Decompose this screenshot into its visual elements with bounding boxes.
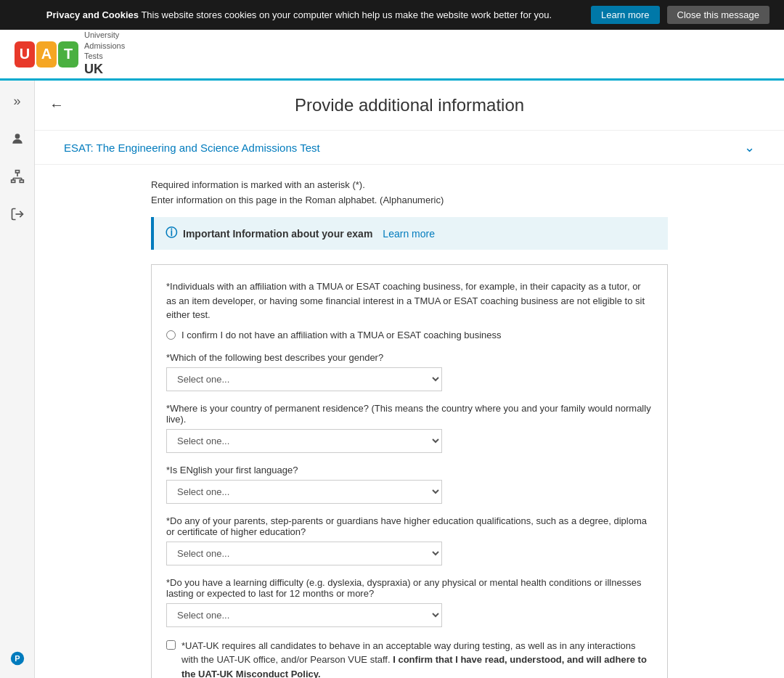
page-title: Provide additional information	[64, 95, 755, 115]
residence-label: *Where is your country of permanent resi…	[166, 403, 653, 425]
logo-u: U	[15, 41, 35, 68]
affiliation-radio-text: I confirm I do not have an affiliation w…	[181, 330, 502, 340]
form-area: Required information is marked with an a…	[35, 165, 784, 678]
page-header: ← Provide additional information	[35, 81, 784, 131]
logo-a: A	[36, 41, 57, 68]
affiliation-text: *Individuals with an affiliation with a …	[166, 279, 653, 322]
parents-label: *Do any of your parents, step-parents or…	[166, 515, 653, 537]
logo: U A T UniversityAdmissionsTests UK	[15, 30, 125, 78]
english-group: *Is ENglish your first language? Select …	[166, 465, 653, 504]
learn-more-button[interactable]: Learn more	[591, 6, 659, 24]
back-button[interactable]: ←	[49, 97, 64, 113]
form-section: *Individuals with an affiliation with a …	[151, 264, 668, 678]
cookie-body: This website stores cookies on your comp…	[141, 9, 552, 20]
logo-text: UniversityAdmissionsTests UK	[84, 30, 125, 78]
alpha-notice: Enter information on this page in the Ro…	[151, 195, 668, 205]
misconduct-checkbox[interactable]	[166, 640, 176, 650]
sidebar: » P	[0, 81, 35, 678]
info-box-text: Important Information about your exam	[183, 228, 372, 240]
logout-icon[interactable]	[6, 203, 29, 226]
parents-group: *Do any of your parents, step-parents or…	[166, 515, 653, 565]
gender-select[interactable]: Select one...	[166, 367, 442, 391]
svg-point-0	[15, 134, 20, 139]
misconduct-group: *UAT-UK requires all candidates to behav…	[166, 639, 653, 679]
logo-t: T	[58, 41, 78, 68]
close-message-button[interactable]: Close this message	[667, 6, 769, 24]
learning-select[interactable]: Select one...	[166, 603, 442, 627]
learning-label: *Do you have a learning difficulty (e.g.…	[166, 577, 653, 599]
chevron-down-icon: ⌄	[744, 139, 755, 155]
logo-letters: U A T	[15, 41, 78, 68]
info-learn-more-link[interactable]: Learn more	[383, 228, 435, 240]
info-icon: ⓘ	[166, 226, 177, 241]
expand-icon[interactable]: »	[6, 89, 29, 113]
affiliation-radio-label[interactable]: I confirm I do not have an affiliation w…	[166, 330, 653, 340]
accordion-header[interactable]: ESAT: The Engineering and Science Admiss…	[35, 131, 784, 165]
org-icon[interactable]	[6, 165, 29, 188]
svg-text:P: P	[15, 654, 20, 663]
logo-brand: UK	[84, 61, 125, 78]
affiliation-radio[interactable]	[166, 330, 176, 340]
user-icon[interactable]	[6, 127, 29, 150]
required-notice: Required information is marked with an a…	[151, 179, 668, 190]
info-box: ⓘ Important Information about your exam …	[151, 217, 668, 250]
accordion-title: ESAT: The Engineering and Science Admiss…	[64, 142, 320, 154]
svg-rect-2	[11, 180, 15, 182]
gender-group: *Which of the following best describes y…	[166, 352, 653, 391]
main-content: ← Provide additional information ESAT: T…	[35, 81, 784, 678]
gender-label: *Which of the following best describes y…	[166, 352, 653, 363]
app-layout: » P ← Provide additional information ESA…	[0, 81, 784, 678]
svg-rect-3	[20, 180, 23, 182]
english-label: *Is ENglish your first language?	[166, 465, 653, 475]
residence-select[interactable]: Select one...	[166, 429, 442, 453]
residence-group: *Where is your country of permanent resi…	[166, 403, 653, 453]
english-select[interactable]: Select one...	[166, 480, 442, 504]
cookie-banner: Privacy and Cookies This website stores …	[0, 0, 784, 30]
cookie-title: Privacy and Cookies	[46, 9, 139, 20]
cookie-text: Privacy and Cookies This website stores …	[15, 9, 584, 20]
learning-group: *Do you have a learning difficulty (e.g.…	[166, 577, 653, 627]
site-header: U A T UniversityAdmissionsTests UK	[0, 30, 784, 81]
pearson-icon[interactable]: P	[6, 647, 29, 670]
parents-select[interactable]: Select one...	[166, 542, 442, 565]
logo-subtitle: UniversityAdmissionsTests	[84, 30, 125, 61]
svg-rect-1	[15, 171, 19, 173]
misconduct-label: *UAT-UK requires all candidates to behav…	[181, 639, 653, 679]
